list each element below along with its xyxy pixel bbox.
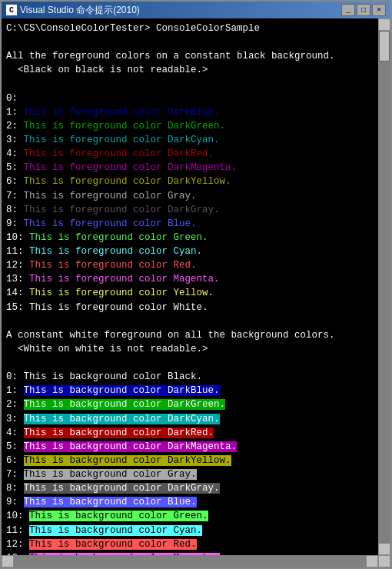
bottom-bar: ◄ ►	[2, 555, 390, 567]
close-button[interactable]: ×	[372, 4, 386, 16]
bg-8: 8: This is background color DarkGray.	[6, 481, 374, 495]
scrollbar-track[interactable]	[378, 31, 390, 543]
fg-1: 1: This is foreground color DarkBlue.	[6, 105, 374, 119]
fg-12: 12: This is foreground color Red.	[6, 258, 374, 272]
fg-0: 0:	[6, 92, 374, 105]
blank1	[6, 35, 374, 49]
fg-6: 6: This is foreground color DarkYellow.	[6, 175, 374, 188]
bg-header2: <White on white is not readable.>	[6, 342, 374, 356]
fg-header2: <Black on black is not readable.>	[6, 63, 374, 77]
scrollbar-thumb[interactable]	[379, 31, 390, 62]
window-controls: _ □ ×	[341, 4, 386, 16]
scrollbar-vertical[interactable]: ▲ ▼	[378, 18, 390, 555]
fg-3: 3: This is foreground color DarkCyan.	[6, 133, 374, 147]
fg-14: 14: This is foreground color Yellow.	[6, 286, 374, 300]
blank2	[6, 78, 374, 92]
hscroll-track[interactable]	[14, 555, 366, 567]
fg-header1: All the foreground colors on a constant …	[6, 49, 374, 63]
fg-13: 13: This is foreground color Magenta.	[6, 272, 374, 286]
fg-10: 10: This is foreground color Green.	[6, 231, 374, 245]
titlebar: C Visual Studio 命令提示(2010) _ □ ×	[2, 2, 390, 18]
bg-9: 9: This is background color Blue.	[6, 495, 374, 509]
scroll-down-button[interactable]: ▼	[378, 543, 390, 555]
main-window: C Visual Studio 命令提示(2010) _ □ × C:\CS\C…	[0, 0, 392, 569]
bg-10: 10: This is background color Green.	[6, 509, 374, 523]
scroll-up-button[interactable]: ▲	[378, 18, 390, 31]
bg-12: 12: This is background color Red.	[6, 537, 374, 551]
bg-3: 3: This is background color DarkCyan.	[6, 412, 374, 426]
fg-11: 11: This is foreground color Cyan.	[6, 245, 374, 258]
bg-header1: A constant white foreground on all the b…	[6, 328, 374, 342]
fg-9: 9: This is foreground color Blue.	[6, 217, 374, 231]
bg-5: 5: This is background color DarkMagenta.	[6, 440, 374, 454]
blank4	[6, 356, 374, 370]
terminal-output[interactable]: C:\CS\ConsoleColorTester> ConsoleColorSa…	[2, 18, 378, 555]
window-icon: C	[6, 5, 17, 15]
fg-8: 8: This is foreground color DarkGray.	[6, 203, 374, 217]
blank3	[6, 314, 374, 328]
fg-15: 15: This is foreground color White.	[6, 301, 374, 314]
bg-11: 11: This is background color Cyan.	[6, 524, 374, 537]
prompt-line: C:\CS\ConsoleColorTester> ConsoleColorSa…	[6, 22, 374, 35]
scroll-right-button[interactable]: ►	[366, 555, 378, 567]
fg-7: 7: This is foreground color Gray.	[6, 189, 374, 203]
size-grip	[378, 555, 390, 567]
bg-1: 1: This is background color DarkBlue.	[6, 384, 374, 398]
maximize-button[interactable]: □	[357, 4, 370, 16]
scroll-left-button[interactable]: ◄	[2, 555, 14, 567]
bg-7: 7: This is background color Gray.	[6, 468, 374, 481]
fg-4: 4: This is foreground color DarkRed.	[6, 147, 374, 161]
bg-4: 4: This is background color DarkRed.	[6, 426, 374, 440]
minimize-button[interactable]: _	[341, 4, 355, 16]
content-area: C:\CS\ConsoleColorTester> ConsoleColorSa…	[2, 18, 390, 555]
fg-5: 5: This is foreground color DarkMagenta.	[6, 161, 374, 175]
fg-2: 2: This is foreground color DarkGreen.	[6, 119, 374, 133]
bg-0: 0: This is background color Black.	[6, 370, 374, 384]
bg-2: 2: This is background color DarkGreen.	[6, 398, 374, 411]
window-title: Visual Studio 命令提示(2010)	[20, 4, 341, 17]
bg-6: 6: This is background color DarkYellow.	[6, 454, 374, 468]
